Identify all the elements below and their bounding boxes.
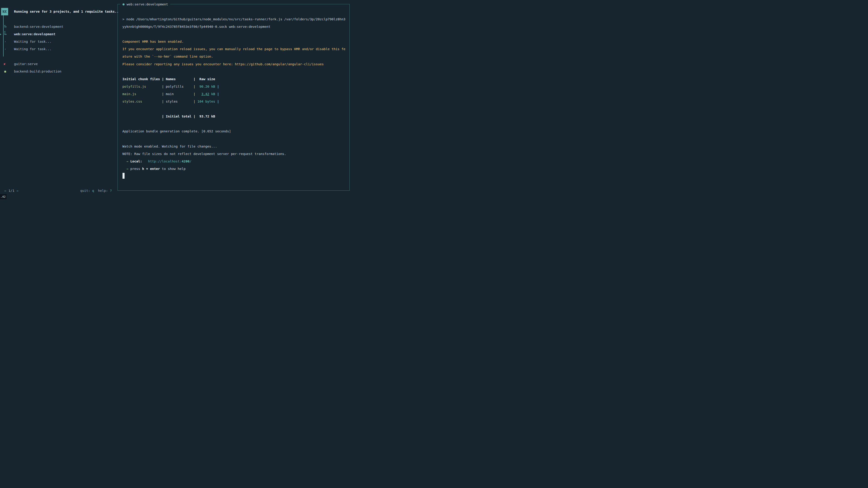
text-segment: | Initial total | 93.72 kB <box>123 115 215 118</box>
nx-logo: NX <box>1 8 8 15</box>
text-segment: yyknnbtgh0000gn/T/9f4c243785f8453e3f00/f… <box>123 25 271 29</box>
spinner-icon <box>4 25 7 29</box>
panel-title-label: web:serve:development <box>127 2 168 7</box>
task-label: backend:build:production <box>14 68 61 75</box>
task-row[interactable]: Waiting for task... <box>0 45 116 53</box>
text-segment: NOTE: Raw file sizes do not reflect deve… <box>123 152 286 156</box>
panel-title: web:serve:development <box>120 2 170 7</box>
terminal-cursor <box>123 173 125 179</box>
task-row[interactable]: backend:build:production <box>0 68 116 75</box>
text-segment: main.js <box>123 92 136 96</box>
waiting-dot-icon <box>5 49 6 50</box>
text-segment: If you encounter application reload issu… <box>123 47 345 51</box>
text-segment: Watch mode enabled. Watching for file ch… <box>123 144 217 148</box>
text-segment: | <box>215 100 219 103</box>
quit-key: q <box>92 189 94 193</box>
text-segment: 104 bytes <box>195 100 215 103</box>
spinner-icon <box>4 32 7 37</box>
text-segment: Component HMR has been enabled. <box>123 40 184 43</box>
page-label: 1/1 <box>8 189 14 193</box>
text-segment: > node /Users/mhartington/Github/guitars… <box>123 18 345 21</box>
localhost-link[interactable]: 4200 <box>182 160 189 163</box>
text-segment: 3.42 <box>202 92 209 96</box>
task-row[interactable]: >web:serve:development <box>0 31 116 38</box>
task-label: Waiting for task... <box>14 38 52 45</box>
task-output-panel[interactable]: web:serve:development > node /Users/mhar… <box>118 4 350 191</box>
task-label: Waiting for task... <box>14 45 52 53</box>
selected-chevron-icon: > <box>0 31 1 38</box>
text-segment: polyfills.js <box>123 85 146 88</box>
text-segment: | main | <box>136 92 202 96</box>
help-hint-label: help: <box>94 189 110 193</box>
task-row[interactable]: backend:serve:development <box>0 23 116 31</box>
failed-cross-icon: ✘ <box>4 60 5 68</box>
text-segment: | <box>215 85 219 88</box>
prev-page-arrow-icon[interactable]: ← <box>4 189 6 193</box>
text-segment: to show help <box>160 167 186 170</box>
task-label: guitar:serve <box>14 60 38 68</box>
waiting-dot-icon <box>5 41 6 42</box>
terminal-output: > node /Users/mhartington/Github/guitars… <box>123 15 345 180</box>
text-segment: Initial chunk files | Names | Raw size <box>123 77 215 81</box>
keyboard-hints: quit: q help: ? <box>80 189 112 193</box>
running-task-list: backend:serve:development>web:serve:deve… <box>0 23 116 53</box>
text-segment: 90.20 kB <box>195 85 215 88</box>
nx-terminal-ui: NX Running serve for 3 projects, and 1 r… <box>0 0 354 199</box>
text-segment: → <box>123 167 130 170</box>
text-segment: ature with the `--no-hmr` command line o… <box>123 55 213 58</box>
help-key: ? <box>110 189 112 193</box>
corner-overlay-badge: .42 <box>0 194 6 199</box>
run-summary-header: Running serve for 3 projects, and 1 requ… <box>14 10 119 13</box>
text-segment: | <box>215 92 219 96</box>
task-row[interactable]: Waiting for task... <box>0 38 116 45</box>
task-label: backend:serve:development <box>14 23 63 31</box>
quit-hint-label: quit: <box>80 189 92 193</box>
text-segment <box>142 160 148 163</box>
localhost-link[interactable]: / <box>189 160 191 163</box>
localhost-link[interactable]: http://localhost: <box>148 160 182 163</box>
text-segment: styles.css <box>123 100 142 103</box>
text-segment: kB <box>209 92 215 96</box>
task-row[interactable]: ✘guitar:serve <box>0 60 116 68</box>
running-bullet-icon <box>123 3 125 5</box>
text-segment: → <box>123 160 130 163</box>
task-label: web:serve:development <box>14 31 55 38</box>
success-square-icon <box>4 71 6 72</box>
page-indicator: ← 1/1 → <box>4 189 18 193</box>
completed-task-list: ✘guitar:servebackend:build:production <box>0 60 116 75</box>
text-segment: h + enter <box>142 167 160 170</box>
next-page-arrow-icon[interactable]: → <box>16 189 18 193</box>
text-segment: press <box>130 167 142 170</box>
text-segment: Please consider reporting any issues you… <box>123 62 324 66</box>
text-segment: | styles | <box>142 100 195 103</box>
text-segment: Local: <box>130 160 142 163</box>
text-segment: Application bundle generation complete. … <box>123 129 231 133</box>
text-segment: | polyfills | <box>146 85 195 88</box>
